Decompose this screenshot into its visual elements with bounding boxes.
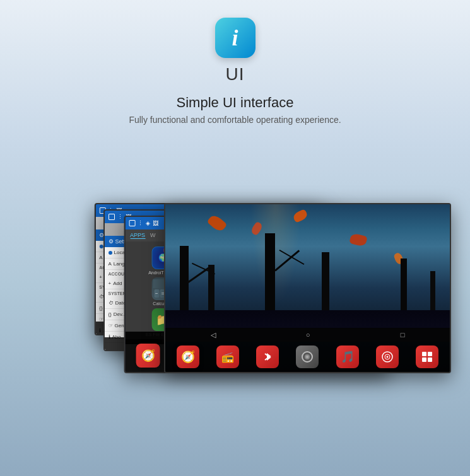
recents-btn-main[interactable]: □ <box>401 331 405 339</box>
dock-main-knob[interactable] <box>296 345 319 368</box>
dock-main-music[interactable]: 🎵 <box>336 345 359 368</box>
home-icon-2 <box>109 214 115 220</box>
home-btn-main[interactable]: ○ <box>306 331 310 339</box>
app-icon: i <box>215 18 256 58</box>
tab-apps[interactable]: APPS <box>130 232 145 239</box>
svg-point-2 <box>306 356 308 358</box>
svg-rect-7 <box>428 352 432 356</box>
screens-container: ⋮ 🖼 0 📶 8:05 🔋 ↩ ⚙ Settings Location ALa… <box>0 140 470 373</box>
dock-main-grid[interactable] <box>416 345 438 368</box>
dock-main-bt[interactable] <box>256 345 279 368</box>
main-heading: Simple UI interface <box>177 95 294 111</box>
dock-compass[interactable]: 🧭 <box>136 344 160 368</box>
dock-main-compass[interactable]: 🧭 <box>177 345 199 368</box>
bottom-dock-main: 🧭 📻 🎵 <box>165 342 450 372</box>
top-section: i UI Simple UI interface Fully functiona… <box>0 0 470 140</box>
screen-front-main: ⋮ ◈ 🖼 0 📶 8:10 🔋 ↩ <box>164 203 451 373</box>
back-btn-main[interactable]: ◁ <box>211 331 216 339</box>
svg-rect-8 <box>422 357 426 362</box>
app-title: UI <box>226 64 245 84</box>
app-icon-letter: i <box>232 26 238 49</box>
dock-main-video[interactable] <box>376 345 399 368</box>
tab-widgets[interactable]: W <box>150 232 156 239</box>
svg-point-5 <box>387 356 389 358</box>
svg-rect-9 <box>428 357 432 362</box>
dock-main-radio[interactable]: 📻 <box>216 345 239 368</box>
home-icon-3 <box>129 220 135 226</box>
nav-bar-main: ◁ ○ □ <box>165 328 450 342</box>
sub-heading: Fully functional and comfortable operati… <box>129 115 341 125</box>
svg-rect-6 <box>422 352 426 356</box>
